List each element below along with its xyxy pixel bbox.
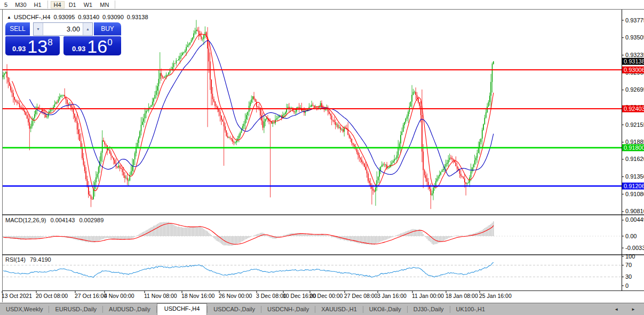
tab-usdcnh-daily[interactable]: USDCNH-,Daily [261,304,315,315]
price-badge: 0.91206 [622,183,644,190]
chart-tab-bar: USDX,WeeklyEURUSD-,DailyAUDUSD-,DailyUSD… [0,303,644,315]
price-badge: 0.93138 [622,58,644,65]
volume-input[interactable] [43,23,83,35]
bar-close: 0.93138 [127,14,148,20]
svg-text:20 Oct 08:00: 20 Oct 08:00 [36,293,68,299]
rsi-label: RSI(14) 79.4190 [5,256,54,263]
tab-ukoil-daily[interactable]: UKOil-,Daily [363,304,407,315]
svg-text:3 Dec 08:00: 3 Dec 08:00 [256,293,287,299]
buy-price-pip-digit: 0 [107,37,112,48]
scroll-right-icon[interactable]: ► [631,307,635,312]
tab-usdchf-h4[interactable]: USDCHF-,H4 [157,303,208,315]
svg-text:0.92695: 0.92695 [625,86,644,93]
svg-text:0.93235: 0.93235 [625,52,644,58]
svg-text:70: 70 [625,262,632,268]
svg-text:0.004499: 0.004499 [625,216,644,223]
tab-audusd-daily[interactable]: AUDUSD-,Daily [103,304,156,315]
svg-text:18 Jan 08:00: 18 Jan 08:00 [446,293,478,299]
svg-text:26 Nov 00:00: 26 Nov 00:00 [219,293,252,299]
svg-text:0.93138: 0.93138 [624,58,644,64]
sell-button[interactable]: SELL [5,22,30,36]
bar-low: 0.93090 [102,14,124,20]
collapse-panel-icon[interactable]: ▲ [7,15,11,20]
svg-text:30: 30 [625,273,632,280]
svg-text:0.91080: 0.91080 [625,191,644,197]
tab-eurusd-daily[interactable]: EURUSD-,Daily [49,304,102,315]
timeframe-w1[interactable]: W1 [81,1,96,9]
svg-text:27 Oct 16:00: 27 Oct 16:00 [75,293,107,299]
tab-xauusd-h1[interactable]: XAUUSD-,H1 [315,304,363,315]
svg-text:0: 0 [625,282,629,289]
up-arrow-icon: ▲ [86,27,90,31]
volume-increase-button[interactable]: ▲ [83,23,92,35]
rsi-pane[interactable] [3,255,622,290]
svg-text:0.91800: 0.91800 [624,144,644,151]
svg-text:0.93505: 0.93505 [625,34,644,41]
buy-price-prefix: 0.93 [72,45,85,53]
sell-price-button[interactable]: 0.93 13 8 [5,36,60,55]
svg-text:0.90810: 0.90810 [625,208,644,214]
timeframe-mn[interactable]: MN [97,1,112,9]
svg-text:0.92155: 0.92155 [625,122,644,128]
timeframe-d1[interactable]: D1 [66,1,79,9]
svg-text:11 Jan 00:00: 11 Jan 00:00 [412,293,444,299]
price-badge: 0.92403 [622,106,644,112]
sell-price-big-digits: 13 [27,38,47,55]
svg-text:18 Nov 16:00: 18 Nov 16:00 [181,293,215,299]
sell-price-pip-digit: 8 [47,37,52,48]
tab-usdx-weekly[interactable]: USDX,Weekly [0,304,49,315]
svg-text:0.91350: 0.91350 [625,173,644,180]
svg-text:3 Jan 16:00: 3 Jan 16:00 [377,293,407,299]
svg-text:0.91206: 0.91206 [624,183,644,189]
trade-panel-top-row: SELL ▼ ▲ BUY [5,22,121,36]
tab-usdcad-daily[interactable]: USDCAD-,Daily [208,304,261,315]
svg-text:20 Dec 00:00: 20 Dec 00:00 [309,293,343,299]
svg-text:0.00: 0.00 [625,233,637,239]
buy-price-button[interactable]: 0.93 16 0 [63,36,121,55]
tab-uk100-h1[interactable]: UK100-,H1 [450,304,491,315]
trade-panel-price-row: 0.93 13 8 0.93 16 0 [5,36,121,55]
down-arrow-icon: ▼ [36,27,40,31]
timeframe-h1[interactable]: H1 [31,1,45,9]
svg-text:0.93775: 0.93775 [625,17,644,23]
svg-text:4 Nov 00:00: 4 Nov 00:00 [104,293,134,299]
toolbar-separator [47,1,48,9]
svg-text:0.92403: 0.92403 [624,106,644,112]
svg-text:11 Nov 08:00: 11 Nov 08:00 [144,293,177,299]
chart-title: ▲ USDCHF-,H4 0.93095 0.93140 0.93090 0.9… [7,14,148,20]
one-click-trading-panel: SELL ▼ ▲ BUY 0.93 13 8 0.93 16 0 [5,22,121,55]
svg-text:-0.003333: -0.003333 [625,245,644,251]
timeframe-5[interactable]: 5 [1,1,11,9]
svg-text:0.93006: 0.93006 [624,67,644,73]
buy-price-big-digits: 16 [87,38,107,55]
timeframe-m30[interactable]: M30 [12,1,29,9]
rsi-name: RSI(14) [5,256,26,263]
macd-signal-value: 0.002989 [79,217,104,223]
svg-text:13 Oct 2021: 13 Oct 2021 [2,293,32,299]
tab-scroll-arrows: ◄► [614,307,644,312]
macd-main-value: 0.004143 [50,217,75,223]
volume-stepper: ▼ ▲ [33,22,93,36]
sell-price-prefix: 0.93 [12,45,26,53]
bar-high: 0.93140 [78,14,99,20]
time-axis: 13 Oct 202120 Oct 08:0027 Oct 16:004 Nov… [2,291,512,299]
bar-open: 0.93095 [54,14,75,20]
timeframe-h4[interactable]: H4 [51,1,65,9]
timeframe-toolbar: 5M30H1H4D1W1MN [0,0,644,9]
price-badge: 0.93006 [622,67,644,74]
macd-name: MACD(12,26,9) [5,217,46,223]
price-badge: 0.91800 [622,144,644,151]
scroll-left-icon[interactable]: ◄ [614,307,618,312]
svg-text:25 Jan 16:00: 25 Jan 16:00 [479,293,512,299]
svg-text:100: 100 [625,253,635,260]
chart-symbol-period: USDCHF-,H4 [14,14,51,20]
toolbar-separator [115,1,115,9]
rsi-value: 79.4190 [30,256,51,263]
svg-text:0.91620: 0.91620 [625,156,644,162]
macd-label: MACD(12,26,9) 0.004143 0.002989 [5,217,106,223]
tab-dj30-daily[interactable]: DJ30-,Daily [408,304,450,315]
price-axis: 0.937750.935050.932350.929650.926950.924… [622,17,644,289]
svg-text:27 Dec 08:00: 27 Dec 08:00 [344,293,378,299]
buy-button[interactable]: BUY [94,22,121,36]
volume-decrease-button[interactable]: ▼ [34,23,43,35]
